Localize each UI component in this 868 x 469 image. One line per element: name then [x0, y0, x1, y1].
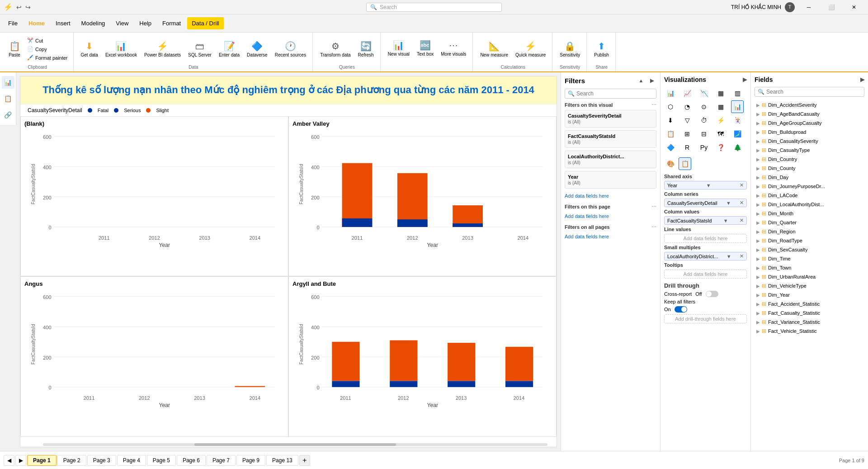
viz-fields-icon[interactable]: 📋	[679, 157, 691, 170]
menu-file[interactable]: File	[4, 17, 22, 29]
field-item-fact-accident-statistic[interactable]: ▶⊞Fact_Accident_Statistic	[755, 299, 864, 308]
viz-card-icon[interactable]: 🃏	[731, 114, 744, 127]
page-next-btn[interactable]: ▶	[15, 455, 26, 466]
power-bi-datasets-btn[interactable]: ⚡ Power BI datasets	[142, 36, 184, 63]
bar-argyll-2013-serious[interactable]	[448, 381, 475, 387]
viz-treemap-icon[interactable]: ▦	[714, 100, 727, 113]
menu-insert[interactable]: Insert	[51, 17, 75, 29]
bar-argyll-2012-serious[interactable]	[390, 381, 417, 387]
bar-argyll-2014-serious[interactable]	[505, 381, 533, 387]
page-tab-page-5[interactable]: Page 5	[147, 455, 176, 466]
viz-line-chart-icon[interactable]: 📈	[681, 87, 693, 99]
add-data-this-visual-btn[interactable]: Add data fields here	[565, 191, 656, 200]
cross-report-toggle[interactable]	[706, 291, 718, 297]
viz-stacked-bar-icon[interactable]: ▦	[714, 87, 727, 99]
menu-home[interactable]: Home	[24, 17, 49, 29]
fields-search-input[interactable]	[766, 89, 861, 95]
this-page-menu[interactable]: ⋯	[651, 204, 656, 210]
field-item-fact-vehicle-statistic[interactable]: ▶⊞Fact_Vehicle_Statistic	[755, 327, 864, 336]
page-tab-page-1[interactable]: Page 1	[27, 455, 57, 466]
close-btn[interactable]: ✕	[844, 0, 864, 14]
new-visual-btn[interactable]: 📊 New visual	[385, 34, 412, 62]
bar-angus-2014[interactable]	[235, 386, 265, 387]
viz-filled-map-icon[interactable]: 🗾	[731, 128, 744, 140]
add-page-btn[interactable]: +	[299, 455, 310, 466]
menu-format[interactable]: Format	[158, 17, 185, 29]
viz-pie-icon[interactable]: ◔	[681, 100, 693, 113]
canvas-scrollbar[interactable]	[43, 443, 547, 446]
page-prev-btn[interactable]: ◀	[4, 455, 14, 466]
viz-table-icon[interactable]: ⊞	[681, 128, 693, 140]
viz-waterfall-icon[interactable]: ⬇	[664, 114, 677, 127]
column-series-x-btn[interactable]: ✕	[740, 200, 744, 206]
line-values-add-btn[interactable]: Add data fields here	[664, 234, 747, 243]
viz-kpi-icon[interactable]: ⚡	[714, 114, 727, 127]
field-item-dim-agegroupcasualty[interactable]: ▶⊞Dim_AgeGroupCasualty	[755, 118, 864, 128]
cut-btn[interactable]: ✂️ Cut	[25, 37, 70, 44]
text-box-btn[interactable]: 🔤 Text box	[414, 34, 436, 62]
bar-argyll-2011-serious[interactable]	[332, 381, 359, 387]
dataverse-btn[interactable]: 🔷 Dataverse	[244, 36, 270, 63]
add-data-all-btn[interactable]: Add data fields here	[565, 232, 656, 241]
field-item-dim-county[interactable]: ▶⊞Dim_County	[755, 164, 864, 173]
bar-amber-2012-slight[interactable]	[397, 173, 428, 227]
viz-donut-icon[interactable]: ⊙	[698, 100, 710, 113]
bar-argyll-2014-slight[interactable]	[505, 347, 533, 381]
more-visuals-btn[interactable]: ⋯ More visuals	[438, 34, 469, 62]
shared-axis-field[interactable]: Year ▼ ✕	[664, 181, 747, 189]
viz-100-bar-icon[interactable]: ▥	[731, 87, 744, 99]
enter-data-btn[interactable]: 📝 Enter data	[216, 36, 242, 63]
field-item-dim-agebandcasualty[interactable]: ▶⊞Dim_AgeBandCasualty	[755, 109, 864, 118]
viz-line-bar-icon[interactable]: 📊	[731, 100, 744, 113]
column-values-field[interactable]: FactCasualtyStatsId ▼ ✕	[664, 216, 747, 225]
field-item-dim-day[interactable]: ▶⊞Dim_Day	[755, 173, 864, 182]
field-item-dim-country[interactable]: ▶⊞Dim_Country	[755, 155, 864, 164]
shared-axis-x-btn[interactable]: ✕	[740, 182, 744, 188]
field-item-dim-year[interactable]: ▶⊞Dim_Year	[755, 290, 864, 299]
page-tab-page-6[interactable]: Page 6	[177, 455, 206, 466]
menu-modeling[interactable]: Modeling	[77, 17, 110, 29]
viz-multi-row-card-icon[interactable]: 📋	[664, 128, 677, 140]
get-data-btn[interactable]: ⬇ Get data	[78, 36, 101, 63]
column-values-x-btn[interactable]: ✕	[740, 218, 744, 223]
field-item-dim-accidentseverity[interactable]: ▶⊞Dim_AccidentSeverity	[755, 100, 864, 109]
bar-argyll-2013-slight[interactable]	[448, 343, 475, 381]
field-item-dim-town[interactable]: ▶⊞Dim_Town	[755, 263, 864, 272]
field-item-dim-sexcasualty[interactable]: ▶⊞Dim_SexCasualty	[755, 245, 864, 254]
this-visual-menu[interactable]: ⋯	[651, 102, 656, 108]
bar-argyll-2012-slight[interactable]	[390, 341, 417, 381]
field-item-dim-time[interactable]: ▶⊞Dim_Time	[755, 254, 864, 263]
small-multiples-field[interactable]: LocalAuthorityDistrict... ▼ ✕	[664, 252, 747, 261]
field-item-dim-casualityseverity[interactable]: ▶⊞Dim_CasualitySeverity	[755, 137, 864, 146]
small-multiples-drop-btn[interactable]: ▼	[726, 254, 731, 259]
field-item-dim-roadtype[interactable]: ▶⊞Dim_RoadType	[755, 236, 864, 245]
field-item-fact-casualty-statistic[interactable]: ▶⊞Fact_Casualty_Statistic	[755, 308, 864, 317]
field-item-fact-variance-statistic[interactable]: ▶⊞Fact_Variance_Statistic	[755, 317, 864, 327]
viz-qna-icon[interactable]: ❓	[714, 141, 727, 154]
undo-btn[interactable]: ↩	[16, 4, 22, 11]
column-values-drop-btn[interactable]: ▼	[723, 218, 728, 223]
viz-python-icon[interactable]: Py	[698, 141, 710, 154]
column-series-field[interactable]: CasualtySeverityDetail ▼ ✕	[664, 199, 747, 207]
copy-btn[interactable]: 📄 Copy	[25, 45, 70, 53]
field-item-dim-journeypurposedr---[interactable]: ▶⊞Dim_JourneyPurposeDr...	[755, 182, 864, 191]
page-tab-page-4[interactable]: Page 4	[117, 455, 146, 466]
field-item-dim-region[interactable]: ▶⊞Dim_Region	[755, 227, 864, 236]
field-item-dim-localauthoritydist---[interactable]: ▶⊞Dim_LocalAuthorityDist...	[755, 200, 864, 209]
menu-data-drill[interactable]: Data / Drill	[187, 17, 224, 29]
viz-expand-btn[interactable]: ▶	[743, 76, 747, 83]
page-tab-page-2[interactable]: Page 2	[57, 455, 86, 466]
titlebar-search[interactable]: 🔍 Search	[366, 3, 502, 12]
bar-argyll-2011-slight[interactable]	[332, 342, 359, 381]
page-tab-page-9[interactable]: Page 9	[236, 455, 265, 466]
viz-matrix-icon[interactable]: ⊟	[698, 128, 710, 140]
bar-amber-2011-serious[interactable]	[342, 218, 373, 227]
publish-btn[interactable]: ⬆ Publish	[591, 36, 612, 63]
quick-measure-btn[interactable]: ⚡ Quick measure	[513, 36, 548, 63]
recent-sources-btn[interactable]: 🕐 Recent sources	[272, 36, 309, 63]
viz-scatter-icon[interactable]: ⬡	[664, 100, 677, 113]
shared-axis-remove-btn[interactable]: ▼	[706, 183, 711, 188]
redo-btn[interactable]: ↪	[25, 4, 31, 11]
fields-expand-btn[interactable]: ▶	[860, 76, 864, 83]
column-series-drop-btn[interactable]: ▼	[726, 200, 731, 206]
